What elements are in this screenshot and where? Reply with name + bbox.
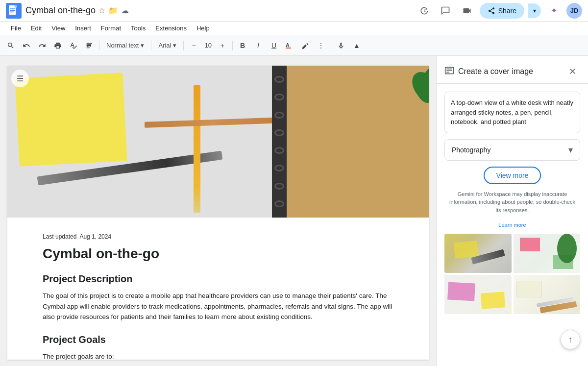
ring-3 xyxy=(274,112,284,119)
doc-title-area: Cymbal on-the-go ☆ 📁 ☁ xyxy=(25,5,411,16)
style-select-arrow: ▾ xyxy=(141,42,144,49)
grid-image-4[interactable] xyxy=(514,275,581,314)
document-title[interactable]: Cymbal on-the-go xyxy=(43,246,393,262)
ring-4 xyxy=(274,129,284,136)
font-select[interactable]: Arial ▾ xyxy=(154,38,180,53)
last-updated-label: Last updated xyxy=(43,233,76,240)
side-panel: Create a cover image ✕ A top-down view o… xyxy=(436,56,588,366)
menu-file[interactable]: File xyxy=(6,23,26,34)
highlight-button[interactable] xyxy=(298,38,312,53)
ring-6 xyxy=(274,165,284,171)
toolbar-divider-3 xyxy=(183,41,184,50)
redo-button[interactable] xyxy=(35,38,49,53)
section1-body: The goal of this project is to create a … xyxy=(43,291,393,322)
toolbar-divider-1 xyxy=(99,41,99,50)
toolbar: Normal text ▾ Arial ▾ − 10 + B I U A ⋮ ▲ xyxy=(0,35,588,56)
grid-image-3[interactable] xyxy=(444,275,512,314)
star-icon[interactable]: ☆ xyxy=(98,6,105,15)
top-bar: Cymbal on-the-go ☆ 📁 ☁ Share ▾ ✦ JD xyxy=(0,0,588,22)
font-size-controls: − 10 + xyxy=(187,38,229,53)
learn-more-link[interactable]: Learn more xyxy=(444,222,580,228)
italic-button[interactable]: I xyxy=(251,38,265,53)
toolbar-divider-2 xyxy=(151,41,151,50)
bold-button[interactable]: B xyxy=(236,38,249,53)
view-more-button[interactable]: View more xyxy=(484,167,541,184)
desk-scene xyxy=(7,66,429,218)
style-select[interactable]: Normal text ▾ xyxy=(102,38,148,53)
camera-button[interactable] xyxy=(458,2,476,20)
image-grid xyxy=(444,234,580,318)
share-button[interactable]: Share xyxy=(480,3,524,19)
svg-rect-4 xyxy=(10,10,15,11)
avatar[interactable]: JD xyxy=(566,3,582,19)
style-select-label: Normal text xyxy=(106,42,139,49)
document-page: ☰ Last updated Aug 1, 2024 Cymbal on-the… xyxy=(7,66,429,360)
panel-icon xyxy=(444,66,454,78)
menu-bar: File Edit View Insert Format Tools Exten… xyxy=(0,22,588,35)
menu-format[interactable]: Format xyxy=(96,23,126,34)
pencil xyxy=(194,85,200,213)
ring-5 xyxy=(274,147,284,154)
style-dropdown-label: Photography xyxy=(452,146,490,154)
document-header-image: ☰ xyxy=(7,66,429,218)
more-options-button[interactable]: ⋮ xyxy=(314,38,328,53)
ring-2 xyxy=(274,94,284,100)
search-button[interactable] xyxy=(4,38,18,53)
top-right-actions: Share ▾ ✦ JD xyxy=(415,2,582,20)
section2-heading[interactable]: Project Goals xyxy=(43,334,393,345)
menu-view[interactable]: View xyxy=(47,23,70,34)
collapse-toolbar-button[interactable]: ▲ xyxy=(350,38,364,53)
menu-tools[interactable]: Tools xyxy=(126,23,150,34)
last-updated-date: Aug 1, 2024 xyxy=(79,233,111,240)
panel-close-button[interactable]: ✕ xyxy=(564,64,580,79)
undo-button[interactable] xyxy=(20,38,33,53)
voice-input-button[interactable] xyxy=(334,38,348,53)
section1-heading[interactable]: Project Description xyxy=(43,273,393,285)
spell-check-button[interactable] xyxy=(67,38,80,53)
font-size-value[interactable]: 10 xyxy=(201,42,214,49)
ring-8 xyxy=(274,200,284,207)
print-button[interactable] xyxy=(51,38,65,53)
menu-insert[interactable]: Insert xyxy=(70,23,96,34)
comment-button[interactable] xyxy=(437,2,454,20)
share-dropdown-button[interactable]: ▾ xyxy=(528,3,541,18)
history-button[interactable] xyxy=(415,2,433,20)
main-area: ☰ Last updated Aug 1, 2024 Cymbal on-the… xyxy=(0,56,588,366)
font-select-arrow: ▾ xyxy=(173,42,176,49)
grid-image-1[interactable] xyxy=(444,234,512,273)
svg-rect-7 xyxy=(286,48,291,49)
doc-title[interactable]: Cymbal on-the-go xyxy=(25,5,96,16)
paint-format-button[interactable] xyxy=(82,38,96,53)
grid-image-2[interactable] xyxy=(514,234,581,273)
font-color-button[interactable]: A xyxy=(283,38,296,53)
prompt-box[interactable]: A top-down view of a white desk with nea… xyxy=(444,92,580,133)
ring-1 xyxy=(274,76,284,83)
panel-header: Create a cover image ✕ xyxy=(437,56,588,84)
svg-rect-2 xyxy=(15,5,17,7)
document-area[interactable]: ☰ Last updated Aug 1, 2024 Cymbal on-the… xyxy=(0,56,436,366)
folder-icon[interactable]: 📁 xyxy=(108,6,118,15)
font-size-increase[interactable]: + xyxy=(216,38,229,53)
scroll-up-button[interactable]: ↑ xyxy=(561,330,580,349)
gemini-pin-button[interactable]: ✦ xyxy=(545,2,563,20)
menu-help[interactable]: Help xyxy=(192,23,215,34)
panel-title: Create a cover image xyxy=(458,67,564,76)
document-content: Last updated Aug 1, 2024 Cymbal on-the-g… xyxy=(7,218,429,366)
style-dropdown[interactable]: Photography ▾ xyxy=(444,139,580,161)
svg-rect-3 xyxy=(10,8,15,9)
svg-text:A: A xyxy=(286,42,290,48)
sidebar-toggle[interactable]: ☰ xyxy=(11,70,29,87)
font-select-label: Arial xyxy=(158,42,171,49)
dropdown-arrow-icon: ▾ xyxy=(568,145,573,155)
disclaimer-text: Gemini for Workspace may display inaccur… xyxy=(444,190,580,215)
menu-extensions[interactable]: Extensions xyxy=(150,23,192,34)
section2-body: The project goals are to: xyxy=(43,351,393,362)
docs-icon xyxy=(6,3,22,19)
font-size-decrease[interactable]: − xyxy=(187,38,200,53)
cloud-icon[interactable]: ☁ xyxy=(121,6,129,15)
share-label: Share xyxy=(498,7,516,15)
toolbar-divider-4 xyxy=(232,41,233,50)
menu-edit[interactable]: Edit xyxy=(26,23,47,34)
sticky-note-large xyxy=(15,73,127,166)
underline-button[interactable]: U xyxy=(267,38,281,53)
